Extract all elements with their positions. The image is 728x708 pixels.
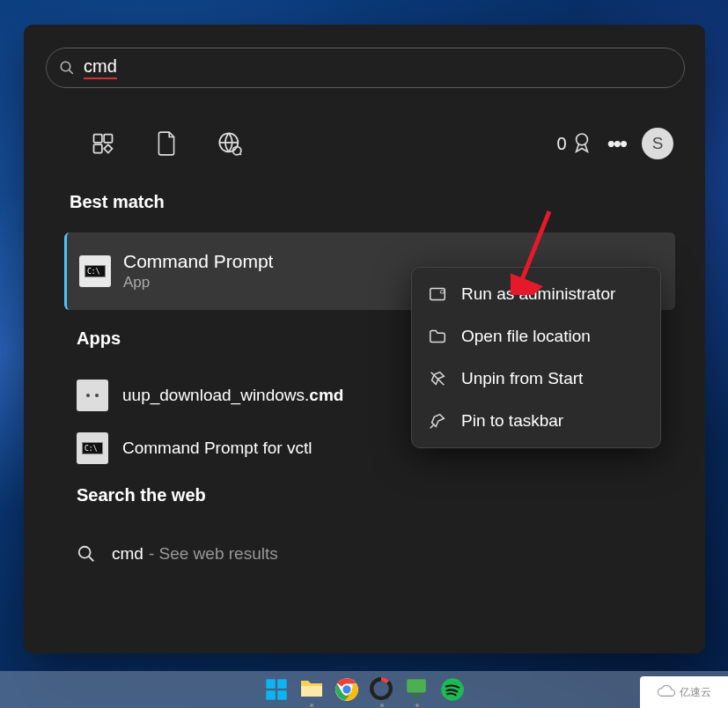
- svg-rect-23: [301, 686, 322, 697]
- svg-rect-3: [104, 135, 112, 143]
- app-icon-red[interactable]: [370, 677, 394, 702]
- pin-icon: [428, 411, 447, 431]
- svg-rect-9: [82, 387, 103, 403]
- svg-point-0: [61, 62, 70, 71]
- unpin-icon: [428, 369, 447, 388]
- svg-rect-21: [266, 690, 276, 700]
- start-button[interactable]: [264, 677, 289, 702]
- best-match-heading: Best match: [70, 192, 165, 212]
- search-box[interactable]: cmd: [46, 48, 685, 88]
- cmd-app-icon: C:\: [77, 432, 108, 464]
- svg-point-26: [342, 685, 350, 693]
- medal-icon: [572, 132, 592, 155]
- pin-to-taskbar[interactable]: Pin to taskbar: [412, 400, 660, 442]
- svg-line-16: [430, 424, 435, 429]
- svg-line-1: [69, 70, 73, 74]
- web-term: cmd: [112, 544, 143, 564]
- rewards-points: 0: [557, 134, 567, 154]
- ctx-label: Open file location: [461, 327, 591, 346]
- apps-tab[interactable]: [78, 119, 128, 168]
- svg-line-13: [89, 557, 94, 562]
- user-avatar[interactable]: S: [642, 128, 673, 159]
- open-file-location[interactable]: Open file location: [412, 315, 660, 358]
- spotify-icon[interactable]: [440, 677, 465, 702]
- context-menu: Run as administrator Open file location …: [411, 267, 661, 448]
- rewards-indicator[interactable]: 0: [557, 132, 592, 155]
- web-heading: Search the web: [77, 485, 206, 505]
- watermark: 亿速云: [640, 676, 728, 708]
- ctx-label: Run as administrator: [461, 284, 615, 304]
- file-explorer-icon[interactable]: [299, 677, 324, 702]
- svg-rect-20: [277, 679, 287, 689]
- svg-rect-29: [412, 695, 420, 697]
- unpin-from-start[interactable]: Unpin from Start: [412, 358, 660, 400]
- taskbar[interactable]: [0, 671, 728, 708]
- more-menu-button[interactable]: •••: [607, 130, 626, 158]
- web-search-result[interactable]: cmd - See web results: [64, 528, 675, 579]
- svg-point-12: [79, 547, 91, 558]
- app-result-label: uup_download_windows.cmd: [122, 386, 343, 405]
- svg-rect-4: [94, 144, 102, 152]
- result-title: Command Prompt: [123, 251, 273, 272]
- svg-line-7: [240, 154, 241, 155]
- svg-rect-19: [266, 679, 276, 689]
- svg-point-11: [95, 394, 99, 397]
- svg-rect-22: [277, 690, 287, 700]
- web-suffix: - See web results: [149, 544, 278, 564]
- web-tab[interactable]: [205, 119, 254, 168]
- result-subtitle: App: [123, 274, 273, 291]
- search-icon: [77, 544, 96, 564]
- search-icon: [59, 60, 75, 76]
- app-result-label: Command Prompt for vctl: [122, 439, 312, 458]
- admin-icon: [428, 284, 447, 304]
- documents-tab[interactable]: [142, 119, 191, 168]
- app-icon-green[interactable]: [405, 677, 430, 702]
- filter-tabs: 0 ••• S: [78, 114, 673, 173]
- svg-rect-2: [94, 135, 102, 143]
- svg-point-8: [576, 134, 587, 145]
- svg-point-27: [371, 679, 391, 698]
- search-input[interactable]: cmd: [84, 56, 117, 79]
- svg-rect-28: [407, 679, 426, 692]
- start-search-panel: cmd 0 ••• S Best match C:\ Command Promp…: [24, 25, 705, 653]
- chrome-icon[interactable]: [335, 677, 359, 702]
- run-as-administrator[interactable]: Run as administrator: [412, 273, 660, 315]
- ctx-label: Unpin from Start: [461, 369, 583, 388]
- batch-file-icon: [77, 380, 108, 411]
- folder-icon: [428, 327, 447, 346]
- cmd-app-icon: C:\: [79, 255, 111, 287]
- ctx-label: Pin to taskbar: [461, 411, 563, 431]
- svg-point-10: [86, 394, 90, 397]
- apps-heading: Apps: [77, 328, 121, 349]
